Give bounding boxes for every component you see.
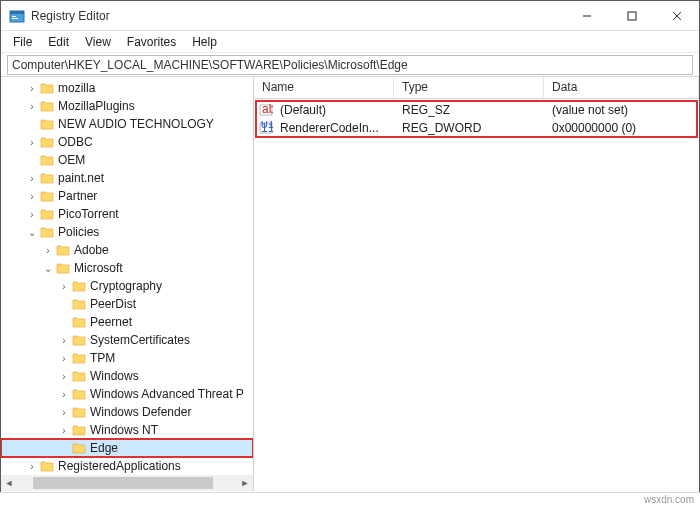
tree-node-adobe[interactable]: ›Adobe: [1, 241, 253, 259]
tree-node-paint-net[interactable]: ›paint.net: [1, 169, 253, 187]
folder-icon: [39, 189, 55, 203]
column-name[interactable]: Name: [254, 77, 394, 98]
watermark: wsxdn.com: [644, 494, 694, 505]
tree-node-windows[interactable]: ›Windows: [1, 367, 253, 385]
address-bar: [1, 53, 699, 77]
expand-toggle[interactable]: ›: [57, 281, 71, 292]
horizontal-scrollbar[interactable]: ◄ ►: [1, 475, 253, 491]
expand-toggle[interactable]: ›: [41, 245, 55, 256]
tree-node-registeredapplications[interactable]: ›RegisteredApplications: [1, 457, 253, 475]
folder-icon: [55, 261, 71, 275]
expand-toggle[interactable]: ›: [57, 335, 71, 346]
tree-node-peernet[interactable]: Peernet: [1, 313, 253, 331]
folder-icon: [39, 135, 55, 149]
folder-icon: [71, 369, 87, 383]
svg-rect-2: [12, 16, 16, 17]
value-name: RendererCodeIn...: [274, 121, 396, 135]
value-row[interactable]: 011110RendererCodeIn...REG_DWORD0x000000…: [256, 119, 697, 137]
folder-icon: [71, 405, 87, 419]
tree-pane[interactable]: ›mozilla›MozillaPluginsNEW AUDIO TECHNOL…: [1, 77, 254, 491]
tree-label: Microsoft: [74, 261, 123, 275]
tree-node-mozillaplugins[interactable]: ›MozillaPlugins: [1, 97, 253, 115]
address-input[interactable]: [7, 55, 693, 75]
value-type: REG_SZ: [396, 103, 546, 117]
tree-node-picotorrent[interactable]: ›PicoTorrent: [1, 205, 253, 223]
folder-icon: [71, 423, 87, 437]
svg-text:110: 110: [261, 121, 273, 135]
scroll-left-arrow[interactable]: ◄: [1, 478, 17, 488]
expand-toggle[interactable]: ›: [25, 83, 39, 94]
menu-bar: File Edit View Favorites Help: [1, 31, 699, 53]
svg-rect-5: [628, 12, 636, 20]
tree-node-tpm[interactable]: ›TPM: [1, 349, 253, 367]
binary-value-icon: 011110: [256, 121, 274, 135]
list-pane[interactable]: Name Type Data ab(Default)REG_SZ(value n…: [254, 77, 699, 491]
tree-node-cryptography[interactable]: ›Cryptography: [1, 277, 253, 295]
tree-node-mozilla[interactable]: ›mozilla: [1, 79, 253, 97]
window-title: Registry Editor: [31, 9, 564, 23]
expand-toggle[interactable]: ›: [57, 353, 71, 364]
folder-icon: [71, 387, 87, 401]
expand-toggle[interactable]: ›: [57, 425, 71, 436]
tree-node-oem[interactable]: OEM: [1, 151, 253, 169]
expand-toggle[interactable]: ›: [25, 461, 39, 472]
string-value-icon: ab: [256, 103, 274, 117]
window-controls: [564, 1, 699, 30]
menu-edit[interactable]: Edit: [40, 33, 77, 51]
expand-toggle[interactable]: ›: [25, 101, 39, 112]
value-name: (Default): [274, 103, 396, 117]
folder-icon: [39, 81, 55, 95]
folder-icon: [71, 333, 87, 347]
expand-toggle[interactable]: ›: [25, 173, 39, 184]
menu-help[interactable]: Help: [184, 33, 225, 51]
tree-node-policies[interactable]: ⌄Policies: [1, 223, 253, 241]
tree-node-microsoft[interactable]: ⌄Microsoft: [1, 259, 253, 277]
tree-label: paint.net: [58, 171, 104, 185]
tree-node-partner[interactable]: ›Partner: [1, 187, 253, 205]
tree-node-windows-defender[interactable]: ›Windows Defender: [1, 403, 253, 421]
folder-icon: [71, 441, 87, 455]
expand-toggle[interactable]: ⌄: [25, 227, 39, 238]
folder-icon: [71, 297, 87, 311]
tree-label: SystemCertificates: [90, 333, 190, 347]
column-type[interactable]: Type: [394, 77, 544, 98]
tree-node-edge[interactable]: Edge: [1, 439, 253, 457]
expand-toggle[interactable]: ›: [25, 191, 39, 202]
folder-icon: [71, 279, 87, 293]
folder-icon: [39, 153, 55, 167]
tree-label: PeerDist: [90, 297, 136, 311]
tree-node-systemcertificates[interactable]: ›SystemCertificates: [1, 331, 253, 349]
tree-node-peerdist[interactable]: PeerDist: [1, 295, 253, 313]
tree-node-windows-nt[interactable]: ›Windows NT: [1, 421, 253, 439]
svg-rect-3: [12, 18, 18, 19]
title-bar: Registry Editor: [1, 1, 699, 31]
folder-icon: [39, 459, 55, 473]
column-data[interactable]: Data: [544, 77, 699, 98]
tree-label: TPM: [90, 351, 115, 365]
minimize-button[interactable]: [564, 1, 609, 30]
menu-favorites[interactable]: Favorites: [119, 33, 184, 51]
tree-label: Windows Defender: [90, 405, 191, 419]
maximize-button[interactable]: [609, 1, 654, 30]
tree-label: OEM: [58, 153, 85, 167]
tree-label: Peernet: [90, 315, 132, 329]
expand-toggle[interactable]: ›: [57, 407, 71, 418]
close-button[interactable]: [654, 1, 699, 30]
folder-icon: [39, 117, 55, 131]
menu-view[interactable]: View: [77, 33, 119, 51]
expand-toggle[interactable]: ›: [57, 371, 71, 382]
expand-toggle[interactable]: ›: [25, 137, 39, 148]
tree-node-windows-advanced-threat-p[interactable]: ›Windows Advanced Threat P: [1, 385, 253, 403]
menu-file[interactable]: File: [5, 33, 40, 51]
folder-icon: [39, 171, 55, 185]
folder-icon: [39, 99, 55, 113]
scroll-thumb[interactable]: [33, 477, 213, 489]
scroll-right-arrow[interactable]: ►: [237, 478, 253, 488]
expand-toggle[interactable]: ⌄: [41, 263, 55, 274]
expand-toggle[interactable]: ›: [57, 389, 71, 400]
tree-node-odbc[interactable]: ›ODBC: [1, 133, 253, 151]
tree-node-new-audio-technology[interactable]: NEW AUDIO TECHNOLOGY: [1, 115, 253, 133]
expand-toggle[interactable]: ›: [25, 209, 39, 220]
folder-icon: [71, 351, 87, 365]
value-row[interactable]: ab(Default)REG_SZ(value not set): [256, 101, 697, 119]
